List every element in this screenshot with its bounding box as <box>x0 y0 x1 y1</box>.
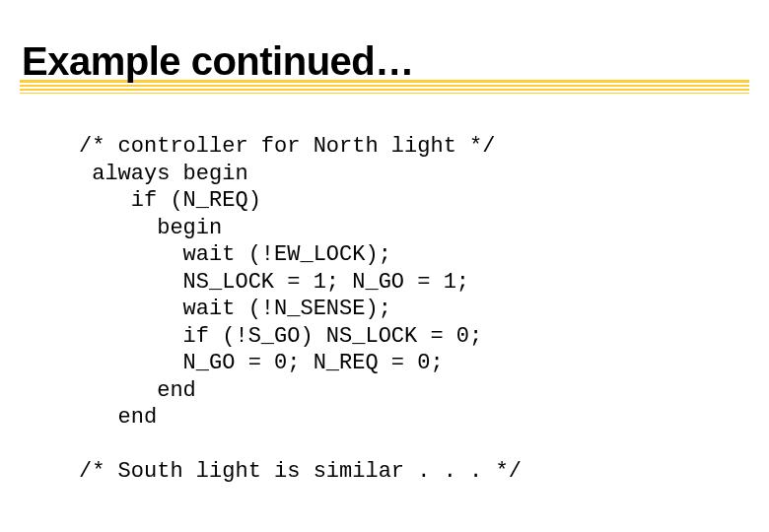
slide-title: Example continued… <box>20 39 749 84</box>
code-block: /* controller for North light */ always … <box>20 133 749 486</box>
slide-container: Example continued… /* controller for Nor… <box>0 0 769 532</box>
title-block: Example continued… <box>20 39 749 84</box>
